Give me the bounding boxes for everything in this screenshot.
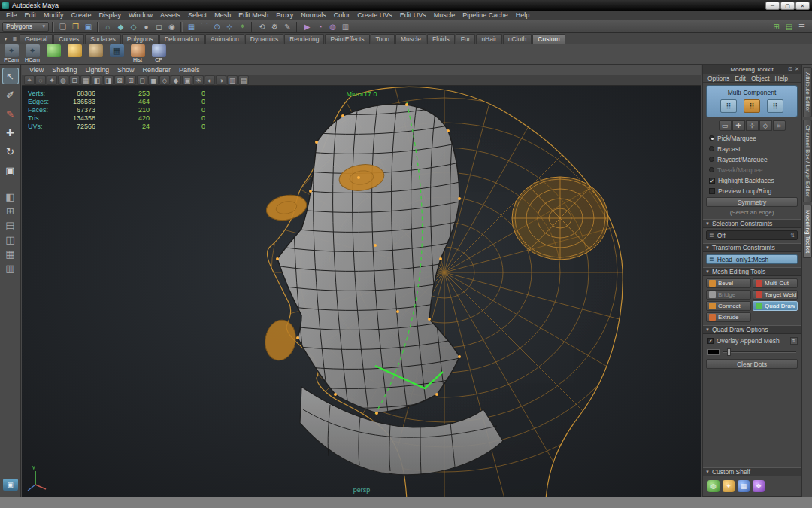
gate-mask-icon[interactable]: ⊠: [114, 75, 125, 85]
panel-menu-show[interactable]: Show: [114, 66, 138, 74]
menu-set-dropdown[interactable]: Polygons ▾: [2, 22, 49, 32]
toolkit-menu-options[interactable]: Options: [707, 75, 729, 82]
selection-constraint-dropdown[interactable]: ≣ Off ⇅: [706, 230, 798, 240]
radio-raycast[interactable]: Raycast: [706, 144, 798, 153]
statusline-divider[interactable]: [97, 22, 99, 32]
section-selection-constraints[interactable]: ▼ Selection Constraints: [703, 219, 801, 228]
shelf-tab-general[interactable]: General: [20, 34, 53, 44]
save-scene-icon[interactable]: ▣: [83, 21, 94, 32]
maximize-button[interactable]: ▢: [780, 2, 795, 10]
snap-plane-icon[interactable]: ⊹: [224, 21, 235, 32]
safe-action-icon[interactable]: ◻: [137, 75, 147, 85]
drag-select-icon[interactable]: ✚: [732, 120, 745, 131]
paint-select-tool-icon[interactable]: ✎: [2, 105, 19, 122]
shelf-options-icon[interactable]: ≣: [11, 35, 19, 44]
xray-icon[interactable]: ▤: [238, 75, 249, 85]
construction-history-icon[interactable]: ⚙: [269, 21, 280, 32]
statusline-divider[interactable]: [251, 22, 253, 32]
image-plane-icon[interactable]: ⊡: [69, 75, 80, 85]
menu-muscle[interactable]: Muscle: [430, 11, 459, 19]
menu-help[interactable]: Help: [512, 11, 534, 19]
shelf-item-blue-grid[interactable]: ▦: [107, 44, 126, 57]
shelf-tab-animation[interactable]: Animation: [205, 34, 244, 44]
select-camera-icon[interactable]: ⌖: [24, 75, 35, 85]
menu-proxy[interactable]: Proxy: [272, 11, 297, 19]
shelf-item-hist[interactable]: Hist: [128, 44, 147, 63]
shelf-tab-custom[interactable]: Custom: [532, 34, 565, 44]
textured-mode-icon[interactable]: ▣: [182, 75, 192, 85]
select-tool-icon[interactable]: ↖: [2, 68, 19, 84]
hypergraph-layout-icon[interactable]: ▣: [3, 479, 18, 491]
shelf-menu-icon[interactable]: ▾: [2, 35, 10, 44]
select-mask-edge-icon[interactable]: ◻: [153, 21, 165, 32]
shelf-item-cp[interactable]: CP: [149, 44, 168, 63]
snap-point-icon[interactable]: ⊙: [211, 21, 223, 32]
snap-curve-icon[interactable]: ⌒: [198, 21, 210, 32]
section-quad-draw-options[interactable]: ▼ Quad Draw Options: [703, 325, 801, 334]
render-settings-icon[interactable]: ▥: [340, 21, 351, 32]
radio-raycast-marquee[interactable]: Raycast/Marquee: [706, 155, 798, 163]
menu-display[interactable]: Display: [95, 11, 126, 19]
menu-color[interactable]: Color: [330, 11, 354, 19]
move-tool-icon[interactable]: ✚: [2, 124, 19, 141]
slider-thumb[interactable]: [727, 348, 731, 356]
shelf-tab-ncloth[interactable]: nCloth: [503, 34, 532, 44]
viewport-canvas[interactable]: y Verts: 68386 253 0 Edges: 136583 464 0: [22, 86, 701, 497]
toolkit-close-icon[interactable]: ✕: [795, 66, 799, 72]
resolution-gate-icon[interactable]: ◨: [103, 75, 114, 85]
menu-file[interactable]: File: [2, 11, 21, 19]
clear-dots-button[interactable]: Clear Dots: [706, 359, 798, 369]
menu-modify[interactable]: Modify: [40, 11, 68, 19]
menu-mesh[interactable]: Mesh: [211, 11, 235, 19]
single-pane-layout-icon[interactable]: ◧: [3, 191, 18, 202]
face-mode-icon[interactable]: ⠿: [767, 99, 783, 113]
preview-loop-ring-checkbox[interactable]: Preview Loop/Ring: [706, 187, 798, 195]
menu-edit-mesh[interactable]: Edit Mesh: [235, 11, 272, 19]
grid-toggle-icon[interactable]: ▦: [80, 75, 91, 85]
field-chart-icon[interactable]: ⊞: [126, 75, 136, 85]
edge-mode-icon[interactable]: ⠿: [744, 99, 760, 113]
shelf-tab-fluids[interactable]: Fluids: [427, 34, 455, 44]
panel-menu-lighting[interactable]: Lighting: [81, 66, 113, 74]
marquee-select-icon[interactable]: ▭: [719, 120, 732, 131]
tweak-select-icon[interactable]: ⊹: [746, 120, 759, 131]
tab-modeling-toolkit[interactable]: Modeling Toolkit: [803, 205, 812, 258]
four-pane-layout-icon[interactable]: ⊞: [3, 205, 18, 217]
lock-camera-icon[interactable]: ◌: [35, 75, 46, 85]
select-mask-vertex-icon[interactable]: ●: [141, 21, 152, 32]
shelf-item-pcam[interactable]: ⌖ PCam: [2, 44, 21, 63]
scale-tool-icon[interactable]: ▣: [2, 162, 19, 178]
ipr-render-icon[interactable]: ◍: [327, 21, 338, 32]
outliner-persp-layout-icon[interactable]: ▥: [3, 263, 18, 274]
menu-create[interactable]: Create: [68, 11, 95, 19]
radio-pick-marquee[interactable]: Pick/Marquee: [706, 134, 798, 142]
shelf-tab-painteffects[interactable]: PaintEffects: [325, 34, 369, 44]
bevel-button[interactable]: Bevel: [706, 278, 751, 288]
highlight-backfaces-checkbox[interactable]: ✓ Highlight Backfaces: [706, 176, 798, 184]
menu-select[interactable]: Select: [184, 11, 211, 19]
rotate-tool-icon[interactable]: ↻: [2, 143, 19, 160]
ao-icon[interactable]: ◑: [216, 75, 226, 85]
render-current-frame-icon[interactable]: ◔: [314, 21, 326, 32]
panel-menu-renderer[interactable]: Renderer: [138, 66, 174, 74]
shelf-tab-fur[interactable]: Fur: [456, 34, 476, 44]
safe-title-icon[interactable]: ◼: [148, 75, 159, 85]
lasso-tool-icon[interactable]: ✐: [2, 87, 19, 103]
multi-cut-button[interactable]: Multi-Cut: [753, 278, 798, 288]
shelf-tab-muscle[interactable]: Muscle: [395, 34, 426, 44]
tab-attribute-editor[interactable]: Attribute Editor: [803, 67, 812, 117]
close-button[interactable]: ✕: [795, 2, 810, 10]
menu-create-uvs[interactable]: Create UVs: [353, 11, 396, 19]
section-transform-constraints[interactable]: ▼ Transform Constraints: [703, 243, 801, 252]
modeling-toolkit-toggle-icon[interactable]: ⊞: [771, 21, 782, 32]
select-component-icon[interactable]: ◇: [128, 21, 139, 32]
camera-based-select-icon[interactable]: ◇: [759, 120, 772, 131]
toolkit-menu-help[interactable]: Help: [775, 75, 788, 82]
shelf-item-gold-sphere[interactable]: [65, 44, 84, 57]
isolate-select-icon[interactable]: ▥: [227, 75, 238, 85]
panel-menu-panels[interactable]: Panels: [175, 66, 204, 74]
slider-track[interactable]: [723, 351, 796, 353]
custom-shelf-item-3-icon[interactable]: ▦: [738, 480, 750, 492]
menu-assets[interactable]: Assets: [156, 11, 184, 19]
channel-box-toggle-icon[interactable]: ☰: [796, 21, 807, 32]
